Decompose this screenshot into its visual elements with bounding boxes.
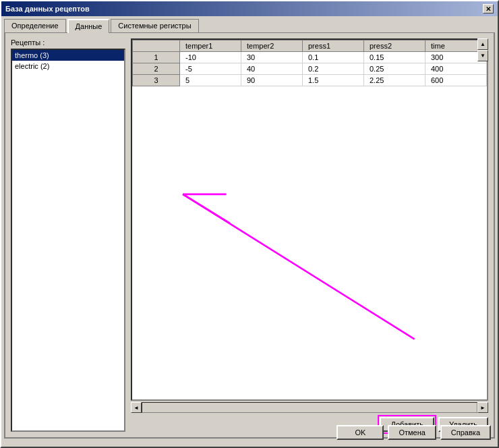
content-area: Рецепты : thermo (3) electric (2) <box>11 38 488 432</box>
tab-content: Рецепты : thermo (3) electric (2) <box>4 32 495 439</box>
row-num-1: 1 <box>133 52 180 63</box>
col-header-press2: press2 <box>364 40 425 52</box>
tab-data[interactable]: Данные <box>67 19 110 33</box>
cell-temper2-1[interactable]: 30 <box>241 52 303 63</box>
data-table: temper1 temper2 press1 press2 time 1 <box>132 40 487 86</box>
tab-bar: Определение Данные Системные регистры <box>1 16 498 32</box>
title-bar: База данных рецептов ✕ <box>1 1 498 16</box>
ok-button[interactable]: OK <box>336 425 384 440</box>
cell-temper1-1[interactable]: -10 <box>180 52 241 63</box>
col-header-temper2: temper2 <box>241 40 303 52</box>
scroll-right-button[interactable]: ► <box>477 402 488 413</box>
cell-press2-3[interactable]: 2.25 <box>364 75 425 86</box>
svg-line-2 <box>183 194 230 223</box>
cell-press1-1[interactable]: 0.1 <box>303 52 364 63</box>
right-panel: temper1 temper2 press1 press2 time 1 <box>131 38 488 432</box>
horizontal-scrollbar[interactable] <box>142 402 477 413</box>
col-header-press1: press1 <box>303 40 364 52</box>
cell-temper2-2[interactable]: 40 <box>241 63 303 75</box>
table-row[interactable]: 3 5 90 1.5 2.25 600 <box>133 75 487 86</box>
table-row[interactable]: 1 -10 30 0.1 0.15 300 <box>133 52 487 63</box>
annotation-arrow <box>132 40 487 399</box>
recipes-panel: Рецепты : thermo (3) electric (2) <box>11 38 125 432</box>
scroll-left-button[interactable]: ◄ <box>131 402 142 413</box>
data-table-container[interactable]: temper1 temper2 press1 press2 time 1 <box>131 38 488 401</box>
cell-press1-3[interactable]: 1.5 <box>303 75 364 86</box>
recipe-item-electric[interactable]: electric (2) <box>12 61 124 72</box>
recipe-item-thermo[interactable]: thermo (3) <box>12 50 124 61</box>
svg-line-0 <box>183 194 415 339</box>
help-button[interactable]: Справка <box>440 425 491 440</box>
col-header-temper1: temper1 <box>180 40 241 52</box>
recipes-list[interactable]: thermo (3) electric (2) <box>11 49 125 432</box>
scroll-down-icon: ▼ <box>480 53 486 59</box>
scroll-left-icon: ◄ <box>134 405 139 411</box>
bottom-buttons: OK Отмена Справка <box>336 425 491 440</box>
horizontal-scrollbar-area: ◄ ► <box>131 402 488 413</box>
cell-press2-1[interactable]: 0.15 <box>364 52 425 63</box>
cancel-button[interactable]: Отмена <box>388 425 436 440</box>
scroll-down-button[interactable]: ▼ <box>477 50 488 61</box>
cell-temper2-3[interactable]: 90 <box>241 75 303 86</box>
scroll-up-icon: ▲ <box>480 41 486 47</box>
tab-system-registers[interactable]: Системные регистры <box>111 19 198 32</box>
table-row[interactable]: 2 -5 40 0.2 0.25 400 <box>133 63 487 75</box>
col-header-rownum <box>133 40 180 52</box>
cell-press2-2[interactable]: 0.25 <box>364 63 425 75</box>
window-title: База данных рецептов <box>5 5 90 13</box>
row-num-3: 3 <box>133 75 180 86</box>
row-num-2: 2 <box>133 63 180 75</box>
close-button[interactable]: ✕ <box>483 4 494 13</box>
main-window: База данных рецептов ✕ Определение Данны… <box>0 0 499 448</box>
cell-press1-2[interactable]: 0.2 <box>303 63 364 75</box>
cell-temper1-3[interactable]: 5 <box>180 75 241 86</box>
scroll-right-icon: ► <box>480 405 486 411</box>
cell-time-3[interactable]: 600 <box>425 75 487 86</box>
cell-time-2[interactable]: 400 <box>425 63 487 75</box>
cell-temper1-2[interactable]: -5 <box>180 63 241 75</box>
scroll-up-button[interactable]: ▲ <box>477 38 488 50</box>
tab-definition[interactable]: Определение <box>4 19 66 32</box>
recipes-label: Рецепты : <box>11 38 125 47</box>
vertical-scroll-buttons: ▲ ▼ <box>477 38 488 61</box>
